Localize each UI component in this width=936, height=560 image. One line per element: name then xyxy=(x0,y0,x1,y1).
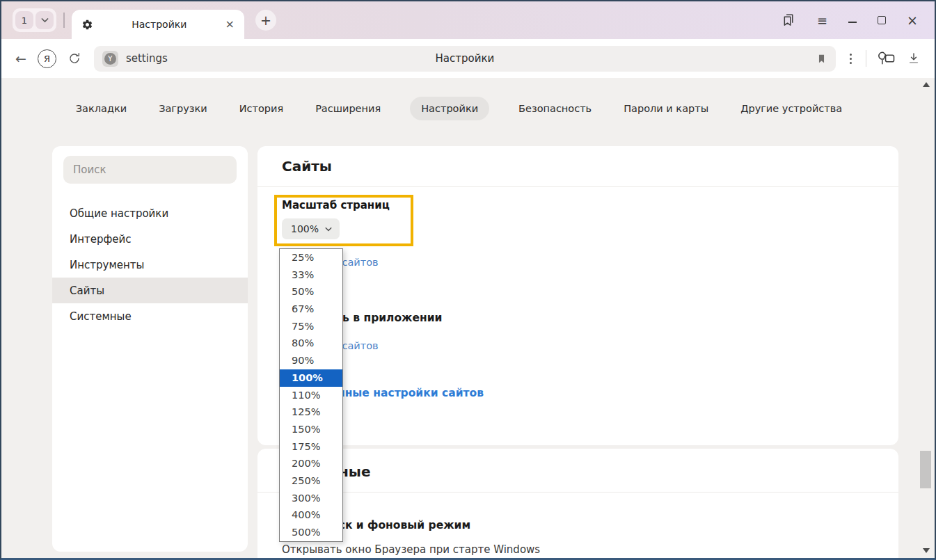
chevron-down-icon xyxy=(325,227,332,232)
reload-button[interactable] xyxy=(68,51,81,65)
zoom-option[interactable]: 250% xyxy=(280,472,342,490)
sidebar-item[interactable]: Инструменты xyxy=(52,252,248,278)
chevron-down-icon xyxy=(41,17,49,23)
yandex-home-icon[interactable]: Я xyxy=(38,49,56,68)
zoom-option[interactable]: 500% xyxy=(280,524,342,541)
minimize-icon xyxy=(848,22,857,23)
page-scrollbar[interactable] xyxy=(918,78,935,559)
yandex-y-icon: Y xyxy=(104,53,116,65)
page-zoom-select[interactable]: 100% xyxy=(282,218,340,239)
back-button[interactable]: ← xyxy=(15,51,26,66)
maximize-icon xyxy=(878,16,886,24)
nav-tab[interactable]: Закладки xyxy=(73,97,129,120)
toolbar-divider xyxy=(866,50,866,67)
site-favicon: Y xyxy=(102,51,118,67)
zoom-option[interactable]: 67% xyxy=(280,301,342,318)
scrollbar-thumb[interactable] xyxy=(920,451,931,488)
tab-count-badge[interactable]: 1 xyxy=(15,11,33,29)
url-text: settings xyxy=(126,52,168,65)
zoom-option[interactable]: 75% xyxy=(280,318,342,335)
extensions-icon[interactable] xyxy=(878,51,896,66)
zoom-option[interactable]: 150% xyxy=(280,421,342,438)
zoom-option[interactable]: 110% xyxy=(280,387,342,404)
bookmark-flag-icon[interactable] xyxy=(816,52,827,65)
nav-tab[interactable]: Загрузки xyxy=(156,97,209,120)
nav-tab[interactable]: Настройки xyxy=(410,97,489,120)
zoom-option[interactable]: 100% xyxy=(280,369,342,387)
more-options-icon[interactable] xyxy=(847,54,855,64)
zoom-option[interactable]: 25% xyxy=(280,249,342,266)
sidebar-item[interactable]: Интерфейс xyxy=(52,226,248,252)
zoom-option[interactable]: 50% xyxy=(280,283,342,301)
section-divider xyxy=(257,186,898,187)
nav-tab[interactable]: Другие устройства xyxy=(738,97,845,120)
address-bar: ← Я Y settings Настройки xyxy=(1,39,935,78)
new-tab-button[interactable]: + xyxy=(255,10,276,31)
nav-tab[interactable]: Пароли и карты xyxy=(621,97,711,120)
settings-sidebar: Общие настройки Интерфейс Инструменты Са… xyxy=(52,146,248,552)
sidebar-item[interactable]: Системные xyxy=(52,303,248,329)
settings-nav: Закладки Загрузки История Расширения Нас… xyxy=(1,88,917,129)
tab-title: Настройки xyxy=(93,19,225,30)
sites-section-card: Сайты Масштаб страниц 100% Настройки сай… xyxy=(257,146,898,445)
zoom-option[interactable]: 175% xyxy=(280,438,342,456)
settings-page: Закладки Загрузки История Расширения Нас… xyxy=(1,78,935,559)
nav-tab[interactable]: Расширения xyxy=(312,97,383,120)
zoom-option[interactable]: 400% xyxy=(280,506,342,524)
nav-tab[interactable]: История xyxy=(237,97,287,120)
nav-tab[interactable]: Безопасность xyxy=(516,97,594,120)
tab-settings[interactable]: Настройки × xyxy=(72,10,244,39)
zoom-option[interactable]: 300% xyxy=(280,490,342,507)
sites-heading: Сайты xyxy=(282,158,332,175)
zoom-option[interactable]: 90% xyxy=(280,352,342,369)
window-controls: ≡ × xyxy=(781,13,935,28)
menu-icon[interactable]: ≡ xyxy=(817,13,827,28)
close-window-button[interactable]: × xyxy=(907,14,918,27)
maximize-button[interactable] xyxy=(878,16,886,24)
sidebar-items: Общие настройки Интерфейс Инструменты Са… xyxy=(52,200,248,329)
zoom-option[interactable]: 33% xyxy=(280,266,342,284)
section-divider xyxy=(257,492,898,493)
browser-window: 1 Настройки × + ≡ xyxy=(0,0,936,560)
scroll-up-arrow[interactable] xyxy=(923,82,930,87)
zoom-option[interactable]: 80% xyxy=(280,335,342,352)
tab-list-button[interactable] xyxy=(35,11,54,29)
tab-strip: 1 Настройки × + ≡ xyxy=(1,1,935,39)
page-zoom-value: 100% xyxy=(291,223,319,234)
page-zoom-dropdown: 25% 33% 50% 67% 75% 80% 90% 100% 110% 12… xyxy=(279,248,343,542)
gear-icon xyxy=(81,19,93,31)
tabstrip-divider xyxy=(63,13,65,28)
page-zoom-label: Масштаб страниц xyxy=(282,199,390,211)
zoom-option[interactable]: 200% xyxy=(280,455,342,472)
page-title: Настройки xyxy=(94,52,836,65)
system-section-card: Системные Автозапуск и фоновый режим Отк… xyxy=(257,449,898,559)
tab-close-icon[interactable]: × xyxy=(225,19,235,30)
sidebar-item[interactable]: Общие настройки xyxy=(52,200,248,226)
minimize-button[interactable] xyxy=(848,17,857,23)
sidebar-item[interactable]: Сайты xyxy=(52,278,248,303)
url-bar[interactable]: Y settings Настройки xyxy=(94,46,836,72)
bookmarks-panel-icon[interactable] xyxy=(781,13,796,28)
tab-counter[interactable]: 1 xyxy=(13,8,56,32)
scroll-down-arrow[interactable] xyxy=(923,548,930,553)
downloads-icon[interactable] xyxy=(907,51,921,65)
autostart-option-label: Открывать окно Браузера при старте Windo… xyxy=(282,543,540,556)
zoom-option[interactable]: 125% xyxy=(280,403,342,421)
search-input[interactable] xyxy=(63,156,237,184)
